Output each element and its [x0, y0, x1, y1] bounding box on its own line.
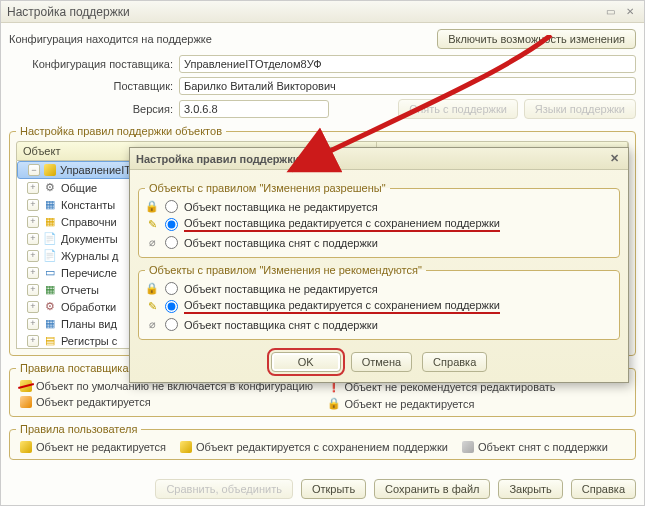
grid-icon: ▦: [43, 215, 57, 228]
compare-button[interactable]: Сравнить, объединить: [155, 479, 292, 499]
version-label: Версия:: [9, 103, 179, 115]
opt-removed-1: Объект поставщика снят с поддержки: [184, 237, 378, 249]
pencil-icon: ✎: [145, 218, 159, 231]
user-rules-group: Правила пользователя Объект не редактиру…: [9, 423, 636, 460]
remove-support-button[interactable]: Снять с поддержки: [398, 99, 518, 119]
tree-item-label: Журналы д: [61, 250, 119, 262]
grid-icon: ▦: [43, 198, 57, 211]
ok-button[interactable]: OK: [271, 352, 341, 372]
expand-icon[interactable]: +: [27, 250, 39, 262]
expand-icon[interactable]: +: [27, 335, 39, 347]
tree-item-label: Документы: [61, 233, 118, 245]
help-button[interactable]: Справка: [422, 352, 487, 372]
enable-edit-button[interactable]: Включить возможность изменения: [437, 29, 636, 49]
cube-strike-icon: [20, 380, 32, 392]
vendor-rules-title: Правила поставщика: [16, 362, 133, 374]
save-file-button[interactable]: Сохранить в файл: [374, 479, 490, 499]
expand-icon[interactable]: +: [27, 301, 39, 313]
close-button[interactable]: Закрыть: [498, 479, 562, 499]
radio-noedit-2[interactable]: [165, 282, 178, 295]
expand-icon[interactable]: +: [27, 318, 39, 330]
lock-icon: 🔒: [145, 200, 159, 213]
expand-icon[interactable]: +: [27, 216, 39, 228]
expand-icon[interactable]: +: [27, 199, 39, 211]
tree-item-label: Константы: [61, 199, 115, 211]
support-langs-button[interactable]: Языки поддержки: [524, 99, 636, 119]
radio-editkeep-1[interactable]: [165, 218, 178, 231]
tree-item-label: Обработки: [61, 301, 116, 313]
grid-icon: ▦: [43, 317, 57, 330]
cube-icon: [20, 396, 32, 408]
gear-icon: ⚙: [43, 300, 57, 313]
expand-icon[interactable]: +: [27, 233, 39, 245]
dialog-group1-title: Объекты с правилом "Изменения разрешены": [145, 182, 390, 194]
dialog-title: Настройка правил поддержки: [136, 153, 299, 165]
version-field[interactable]: [179, 100, 329, 118]
rules-group-title: Настройка правил поддержки объектов: [16, 125, 226, 137]
lock-icon: 🔒: [145, 282, 159, 295]
expand-icon[interactable]: −: [28, 164, 40, 176]
tree-item-label: Регистры с: [61, 335, 117, 347]
expand-icon[interactable]: +: [27, 267, 39, 279]
radio-editkeep-2[interactable]: [165, 300, 178, 313]
user-rule-c: Объект снят с поддержки: [478, 441, 608, 453]
vendor-config-field[interactable]: [179, 55, 636, 73]
radio-noedit-1[interactable]: [165, 200, 178, 213]
doc-icon: 📄: [43, 249, 57, 262]
expand-icon[interactable]: +: [27, 182, 39, 194]
cube-icon: [20, 441, 32, 453]
vendor-field[interactable]: [179, 77, 636, 95]
close-icon[interactable]: ✕: [606, 152, 622, 166]
titlebar: Настройка поддержки ▭ ✕: [1, 1, 644, 23]
radio-removed-1[interactable]: [165, 236, 178, 249]
strike-icon: ⌀: [145, 318, 159, 331]
dialog-group-allowed: Объекты с правилом "Изменения разрешены"…: [138, 182, 620, 258]
list-icon: ▭: [43, 266, 57, 279]
opt-editkeep-2: Объект поставщика редактируется с сохран…: [184, 299, 500, 314]
user-rules-title: Правила пользователя: [16, 423, 141, 435]
bottom-bar: Сравнить, объединить Открыть Сохранить в…: [9, 479, 636, 499]
tree-item-label: УправлениеIT: [60, 164, 131, 176]
support-rules-dialog: Настройка правил поддержки ✕ Объекты с п…: [129, 147, 629, 383]
doc-icon: 📄: [43, 232, 57, 245]
cube-icon: [44, 164, 56, 176]
radio-removed-2[interactable]: [165, 318, 178, 331]
pencil-icon: ✎: [145, 300, 159, 313]
gear-icon: ⚙: [43, 181, 57, 194]
expand-icon[interactable]: +: [27, 284, 39, 296]
cube-icon: [462, 441, 474, 453]
opt-editkeep-1: Объект поставщика редактируется с сохран…: [184, 217, 500, 232]
strike-icon: ⌀: [145, 236, 159, 249]
tree-item-label: Общие: [61, 182, 97, 194]
user-rule-b: Объект редактируется с сохранением подде…: [196, 441, 448, 453]
opt-noedit-1: Объект поставщика не редактируется: [184, 201, 378, 213]
user-rule-a: Объект не редактируется: [36, 441, 166, 453]
cancel-button[interactable]: Отмена: [351, 352, 412, 372]
window: Настройка поддержки ▭ ✕ Конфигурация нах…: [0, 0, 645, 506]
window-maximize-icon[interactable]: ▭: [602, 5, 618, 19]
tree-item-label: Отчеты: [61, 284, 99, 296]
dialog-group2-title: Объекты с правилом "Изменения не рекомен…: [145, 264, 426, 276]
vendor-rule-d: Объект не редактируется: [345, 398, 475, 410]
support-status: Конфигурация находится на поддержке: [9, 33, 212, 45]
grid-icon: ▦: [43, 283, 57, 296]
dialog-group-notrec: Объекты с правилом "Изменения не рекомен…: [138, 264, 620, 340]
vendor-label: Поставщик:: [9, 80, 179, 92]
vendor-rule-c: Объект редактируется: [36, 396, 151, 408]
vendor-config-label: Конфигурация поставщика:: [9, 58, 179, 70]
tree-item-label: Перечисле: [61, 267, 117, 279]
opt-noedit-2: Объект поставщика не редактируется: [184, 283, 378, 295]
cube-icon: [180, 441, 192, 453]
tree-item-label: Планы вид: [61, 318, 117, 330]
open-button[interactable]: Открыть: [301, 479, 366, 499]
tree-item-label: Справочни: [61, 216, 117, 228]
window-close-icon[interactable]: ✕: [622, 5, 638, 19]
opt-removed-2: Объект поставщика снят с поддержки: [184, 319, 378, 331]
window-title: Настройка поддержки: [7, 5, 130, 19]
reg-icon: ▤: [43, 334, 57, 347]
lock-icon: 🔒: [327, 397, 341, 410]
help-button[interactable]: Справка: [571, 479, 636, 499]
